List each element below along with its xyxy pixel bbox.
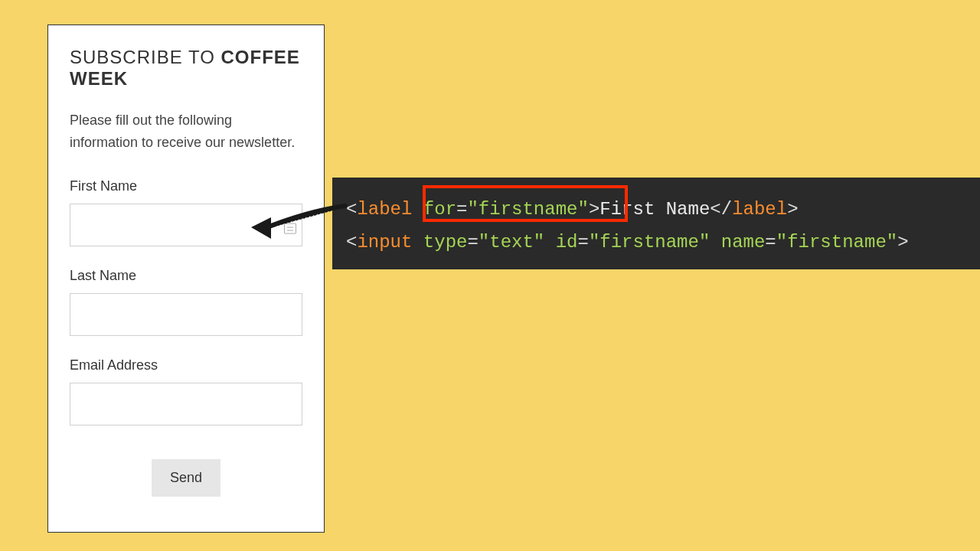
code-token-text: First Name [599,199,710,220]
code-token-val: " [589,232,599,253]
code-token-val: text [489,232,534,253]
code-token: > [787,199,798,220]
code-token: > [897,232,908,253]
code-token: = [577,232,588,253]
code-token-val: firstname [479,199,578,220]
code-token-val: " [577,199,588,220]
code-token: < [346,232,357,253]
email-input[interactable] [70,383,302,425]
code-token-val: " [467,199,478,220]
code-token [412,199,423,220]
code-token [710,232,720,253]
heading-prefix: Subscribe to [70,47,221,67]
email-label: Email Address [70,357,302,373]
form-intro-text: Please fill out the following informatio… [70,109,302,154]
code-token-val: firstname [787,232,887,253]
code-token-tag: label [357,199,412,220]
code-line-2: <input type="text" id="firstname" name="… [346,226,966,259]
last-name-label: Last Name [70,268,302,284]
code-token-tag: input [357,232,412,253]
code-snippet: <label for="firstname">First Name</label… [332,178,980,269]
code-token-attr: for [423,199,456,220]
code-token-attr: type [423,232,468,253]
code-token: </ [710,199,732,220]
code-token: > [589,199,599,220]
send-button[interactable]: Send [152,459,220,497]
code-token: = [456,199,467,220]
code-token: = [765,232,776,253]
code-token-val: " [887,232,897,253]
code-token-attr: id [556,232,578,253]
form-heading: Subscribe to Coffee Week [70,47,302,90]
code-token-val: " [699,232,710,253]
subscribe-form-card: Subscribe to Coffee Week Please fill out… [47,24,325,533]
first-name-input-wrap [70,204,302,256]
first-name-input[interactable] [70,204,302,246]
code-token-val: " [534,232,544,253]
code-token-val: firstname [599,232,699,253]
code-token-val: " [776,232,787,253]
code-line-1: <label for="firstname">First Name</label… [346,193,966,226]
code-token: = [467,232,478,253]
first-name-label: First Name [70,178,302,194]
code-token-attr: name [721,232,766,253]
code-token-tag: label [732,199,787,220]
code-token [412,232,423,253]
code-token [544,232,555,253]
code-token: < [346,199,357,220]
code-token-val: " [479,232,489,253]
last-name-input[interactable] [70,293,302,336]
